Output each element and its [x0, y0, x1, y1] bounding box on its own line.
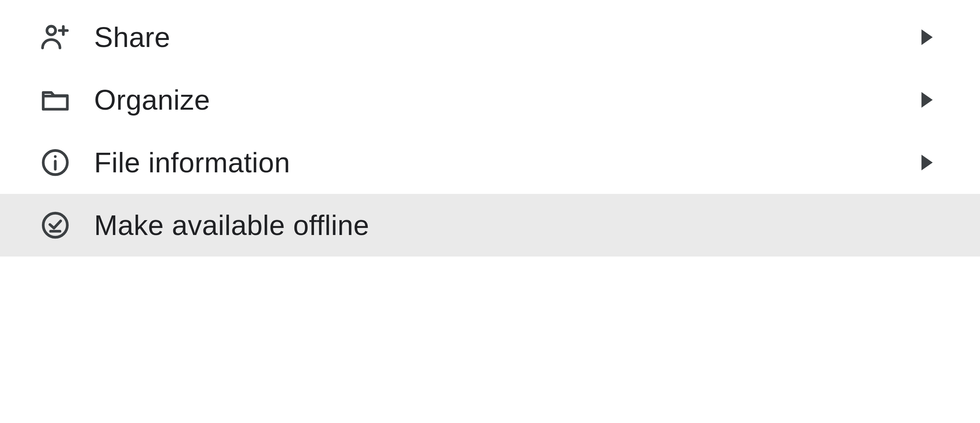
svg-point-0	[47, 26, 56, 35]
svg-marker-9	[922, 155, 933, 170]
chevron-right-icon	[919, 29, 935, 45]
person-add-icon	[39, 18, 86, 57]
chevron-right-icon	[919, 155, 935, 170]
chevron-right-icon	[919, 92, 935, 108]
context-menu: Share Organize File information	[0, 0, 980, 257]
info-icon	[39, 143, 86, 182]
menu-item-file-information[interactable]: File information	[0, 131, 980, 194]
menu-item-label: Make available offline	[86, 209, 935, 241]
svg-marker-3	[922, 29, 933, 45]
offline-pin-icon	[39, 206, 86, 245]
menu-item-share[interactable]: Share	[0, 0, 980, 69]
menu-item-label: Share	[86, 21, 919, 53]
menu-item-label: File information	[86, 146, 919, 179]
menu-item-organize[interactable]: Organize	[0, 69, 980, 131]
folder-icon	[39, 80, 86, 119]
menu-item-make-available-offline[interactable]: Make available offline	[0, 194, 980, 257]
menu-item-label: Organize	[86, 84, 919, 116]
svg-marker-5	[922, 92, 933, 108]
